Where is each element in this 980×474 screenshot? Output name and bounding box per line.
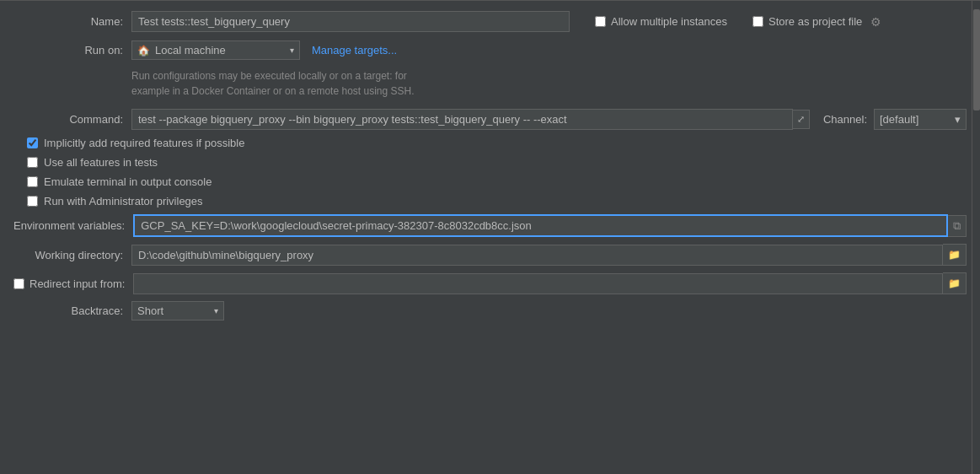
store-project-label: Store as project file (768, 15, 862, 28)
allow-multiple-label: Allow multiple instances (611, 15, 727, 28)
run-admin-row: Run with Administrator privileges (27, 195, 967, 207)
copy-icon: ⧉ (953, 219, 961, 233)
home-icon: 🏠 (137, 45, 150, 57)
manage-targets-link[interactable]: Manage targets... (312, 44, 397, 57)
implicitly-add-checkbox[interactable] (27, 137, 38, 148)
implicitly-add-label: Implicitly add required features if poss… (44, 137, 244, 149)
run-config-panel: Name: Allow multiple instances Store as … (0, 0, 980, 474)
channel-dropdown[interactable]: [default] ▾ (874, 109, 967, 130)
working-dir-row: Working directory: 📁 (13, 244, 967, 266)
emulate-terminal-checkbox[interactable] (27, 176, 38, 187)
command-input[interactable] (131, 109, 793, 130)
machine-label: Local machine (155, 44, 226, 57)
folder-icon: 📁 (948, 249, 961, 261)
redirect-row: Redirect input from: 📁 (13, 272, 967, 294)
backtrace-row: Backtrace: Short ▾ (13, 301, 967, 320)
allow-multiple-group: Allow multiple instances (595, 15, 727, 28)
store-project-checkbox[interactable] (752, 16, 763, 27)
backtrace-value: Short (137, 304, 163, 317)
redirect-browse-button[interactable]: 📁 (943, 272, 967, 294)
implicitly-add-row: Implicitly add required features if poss… (27, 137, 967, 149)
env-vars-label: Environment variables: (13, 219, 133, 232)
run-on-dropdown[interactable]: 🏠 Local machine ▾ (131, 40, 300, 60)
channel-arrow-icon: ▾ (955, 113, 961, 126)
working-dir-label: Working directory: (13, 249, 131, 261)
run-on-hint: Run configurations may be executed local… (131, 68, 967, 99)
redirect-folder-icon: 📁 (948, 277, 961, 289)
env-vars-row: Environment variables: ⧉ (13, 214, 967, 237)
expand-command-button[interactable]: ⤢ (793, 110, 810, 129)
redirect-input[interactable] (133, 273, 943, 294)
scrollbar-thumb[interactable] (973, 9, 980, 110)
working-dir-input[interactable] (131, 245, 943, 266)
channel-label: Channel: (823, 113, 867, 126)
redirect-text-label: Redirect input from: (29, 277, 125, 290)
working-dir-browse-button[interactable]: 📁 (943, 244, 967, 266)
name-row: Name: Allow multiple instances Store as … (13, 11, 967, 32)
backtrace-arrow-icon: ▾ (214, 306, 218, 315)
dropdown-arrow-icon: ▾ (290, 46, 294, 55)
scrollbar[interactable] (972, 1, 980, 474)
store-project-group: Store as project file ⚙ (752, 15, 881, 29)
emulate-terminal-label: Emulate terminal in output console (44, 175, 212, 188)
use-all-features-label: Use all features in tests (44, 156, 158, 169)
allow-multiple-checkbox[interactable] (595, 16, 606, 27)
use-all-features-checkbox[interactable] (27, 157, 38, 168)
env-vars-copy-button[interactable]: ⧉ (948, 215, 967, 237)
gear-icon[interactable]: ⚙ (870, 15, 881, 29)
channel-value: [default] (880, 113, 918, 126)
run-on-row: Run on: 🏠 Local machine ▾ Manage targets… (13, 40, 967, 60)
use-all-features-row: Use all features in tests (27, 156, 967, 169)
redirect-checkbox[interactable] (13, 278, 24, 289)
run-admin-label: Run with Administrator privileges (44, 195, 203, 207)
command-row: Command: ⤢ Channel: [default] ▾ (13, 109, 967, 130)
env-vars-input[interactable] (133, 214, 948, 237)
run-on-label: Run on: (13, 44, 131, 57)
backtrace-label: Backtrace: (13, 304, 131, 317)
emulate-terminal-row: Emulate terminal in output console (27, 175, 967, 188)
backtrace-dropdown[interactable]: Short ▾ (131, 301, 224, 320)
run-admin-checkbox[interactable] (27, 196, 38, 207)
command-label: Command: (13, 113, 131, 126)
name-label: Name: (13, 15, 131, 28)
redirect-label: Redirect input from: (13, 277, 133, 290)
name-input[interactable] (131, 11, 570, 32)
